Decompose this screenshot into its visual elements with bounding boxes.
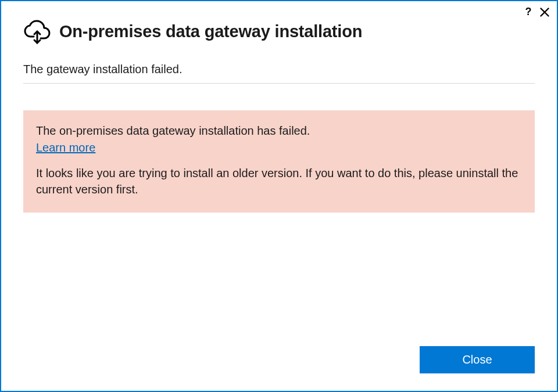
close-button[interactable]: Close	[420, 346, 535, 373]
close-icon[interactable]	[539, 7, 550, 17]
installer-window: ? On-premises data gateway installation …	[0, 0, 558, 392]
page-title: On-premises data gateway installation	[59, 22, 362, 41]
error-primary-text: The on-premises data gateway installatio…	[36, 123, 522, 139]
learn-more-link[interactable]: Learn more	[36, 141, 95, 154]
error-panel: The on-premises data gateway installatio…	[23, 110, 535, 213]
footer: Close	[1, 346, 557, 391]
titlebar-controls: ?	[523, 6, 550, 18]
content-area: On-premises data gateway installation Th…	[1, 1, 557, 346]
header: On-premises data gateway installation	[23, 17, 535, 45]
error-detail-text: It looks like you are trying to install …	[36, 165, 522, 197]
help-icon[interactable]: ?	[523, 6, 534, 18]
cloud-gateway-icon	[23, 17, 51, 45]
status-message: The gateway installation failed.	[23, 63, 535, 84]
